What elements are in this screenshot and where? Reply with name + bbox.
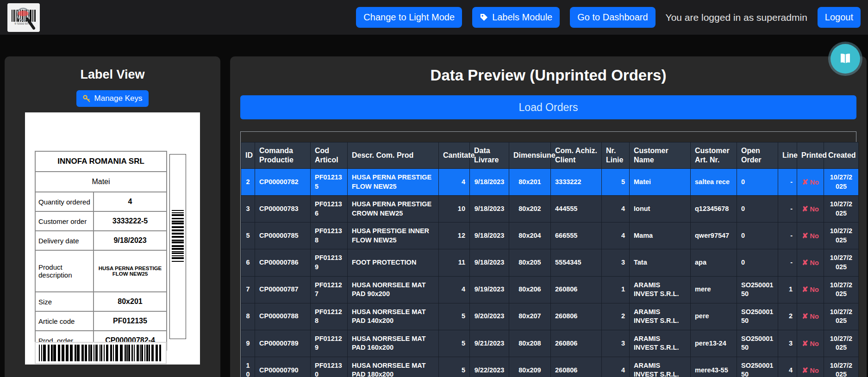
table-cell: 9/18/2023 bbox=[470, 169, 509, 196]
table-cell: 4 bbox=[602, 357, 630, 377]
label-field-row: Article codePF012135 bbox=[35, 311, 167, 331]
table-cell: HUSA NORRSELE MAT PAD 180x200 bbox=[348, 357, 439, 377]
go-to-dashboard-button[interactable]: Go to Dashboard bbox=[570, 7, 655, 28]
table-cell: ✘No bbox=[797, 222, 824, 249]
table-cell: - bbox=[778, 196, 797, 222]
table-cell: Mama bbox=[630, 222, 691, 249]
printed-status-text: No bbox=[810, 179, 819, 186]
table-cell: CP00000788 bbox=[255, 303, 311, 330]
table-cell: ARAMIS INVEST S.R.L. bbox=[630, 276, 691, 303]
table-row[interactable]: 2CP00000782PF012135HUSA PERNA PRESTIGE F… bbox=[241, 169, 859, 196]
table-cell: mere bbox=[691, 276, 737, 303]
column-header[interactable]: Dimensiune bbox=[509, 142, 551, 169]
table-cell: 3 bbox=[778, 330, 797, 357]
table-cell: 8 bbox=[241, 303, 255, 330]
column-header[interactable]: ID bbox=[241, 142, 255, 169]
column-header[interactable]: Created bbox=[824, 142, 859, 169]
table-cell: 444555 bbox=[551, 196, 602, 222]
table-cell: 3 bbox=[241, 196, 255, 222]
column-header[interactable]: Customer Name bbox=[630, 142, 691, 169]
table-row[interactable]: 3CP00000783PF012136HUSA PERNA PRESTIGE C… bbox=[241, 196, 859, 222]
column-header[interactable]: Line bbox=[778, 142, 797, 169]
table-cell: SO25000150 bbox=[737, 330, 778, 357]
label-view-panel: Label View Manage Keys INNOFA ROMANIA SR… bbox=[5, 56, 220, 377]
navbar-actions: Change to Light Mode Labels Module Go to… bbox=[356, 7, 861, 28]
table-cell: 2 bbox=[778, 303, 797, 330]
top-navbar: 9 723102 537861 Change to Light Mode Lab… bbox=[0, 0, 868, 35]
table-cell: 9/20/2023 bbox=[470, 303, 509, 330]
table-cell: HUSA NORRSELE MAT PAD 160x200 bbox=[348, 330, 439, 357]
label-field-row: Size80x201 bbox=[35, 292, 167, 311]
table-cell: HUSA PRESTIGE INNER FLOW NEW25 bbox=[348, 222, 439, 249]
label-field-name: Customer order bbox=[35, 211, 94, 231]
table-cell: 9/22/2023 bbox=[470, 357, 509, 377]
column-header[interactable]: Cod Articol bbox=[311, 142, 348, 169]
label-field-value: 4 bbox=[94, 192, 167, 211]
change-light-mode-button[interactable]: Change to Light Mode bbox=[356, 7, 462, 28]
login-status-text: You are logged in as superadmin bbox=[666, 12, 807, 23]
table-cell: HUSA PERNA PRESTIGE FLOW NEW25 bbox=[348, 169, 439, 196]
tag-icon bbox=[480, 13, 488, 22]
table-cell: 260806 bbox=[551, 357, 602, 377]
table-cell: ✘No bbox=[797, 276, 824, 303]
column-header[interactable]: Comanda Productie bbox=[255, 142, 311, 169]
table-cell: FOOT PROTECTION bbox=[348, 249, 439, 276]
table-cell: 5 bbox=[439, 330, 470, 357]
column-header[interactable]: Descr. Com. Prod bbox=[348, 142, 439, 169]
label-field-value: 3333222-5 bbox=[94, 211, 167, 231]
table-cell: PF012136 bbox=[311, 196, 348, 222]
column-header[interactable]: Data Livrare bbox=[470, 142, 509, 169]
label-field-row: Quantity ordered4 bbox=[35, 192, 167, 211]
table-cell: 0 bbox=[737, 222, 778, 249]
table-cell: CP00000790 bbox=[255, 357, 311, 377]
table-row[interactable]: 8CP00000788PF012128HUSA NORRSELE MAT PAD… bbox=[241, 303, 859, 330]
table-cell: 260806 bbox=[551, 330, 602, 357]
table-cell: CP00000786 bbox=[255, 249, 311, 276]
labels-module-fab[interactable] bbox=[831, 44, 860, 74]
table-row[interactable]: 5CP00000785PF012138HUSA PRESTIGE INNER F… bbox=[241, 222, 859, 249]
table-cell: 10 bbox=[439, 196, 470, 222]
printed-status-text: No bbox=[810, 367, 819, 374]
table-cell: 80x207 bbox=[509, 303, 551, 330]
table-cell: mere43-55 bbox=[691, 357, 737, 377]
table-cell: - bbox=[778, 169, 797, 196]
column-header[interactable]: Com. Achiz. Client bbox=[551, 142, 602, 169]
manage-keys-label: Manage Keys bbox=[94, 94, 143, 103]
table-row[interactable]: 9CP00000789PF012129HUSA NORRSELE MAT PAD… bbox=[241, 330, 859, 357]
table-cell: 9/18/2023 bbox=[470, 222, 509, 249]
column-header[interactable]: Cantitate bbox=[439, 142, 470, 169]
table-cell: 10/27/2025 bbox=[824, 249, 859, 276]
table-row[interactable]: 6CP00000786PF012139FOOT PROTECTION119/18… bbox=[241, 249, 859, 276]
barcode-scanner-logo[interactable]: 9 723102 537861 bbox=[7, 3, 40, 32]
column-header[interactable]: Open Order bbox=[737, 142, 778, 169]
load-orders-button[interactable]: Load Orders bbox=[240, 95, 856, 119]
barcode-logo-icon: 9 723102 537861 bbox=[7, 3, 40, 32]
labels-module-button[interactable]: Labels Module bbox=[472, 7, 560, 28]
table-cell: CP00000783 bbox=[255, 196, 311, 222]
table-cell: 80x204 bbox=[509, 222, 551, 249]
label-field-name: Quantity ordered bbox=[35, 192, 94, 211]
table-cell: ✘No bbox=[797, 196, 824, 222]
table-row[interactable]: 7CP00000787PF012127HUSA NORRSELE MAT PAD… bbox=[241, 276, 859, 303]
manage-keys-button[interactable]: Manage Keys bbox=[76, 90, 149, 107]
column-header[interactable]: Customer Art. Nr. bbox=[691, 142, 737, 169]
logout-button[interactable]: Logout bbox=[818, 7, 861, 28]
table-cell: PF012139 bbox=[311, 249, 348, 276]
table-cell: CP00000789 bbox=[255, 330, 311, 357]
column-header[interactable]: Printed bbox=[797, 142, 824, 169]
orders-table-container: IDComanda ProductieCod ArticolDescr. Com… bbox=[240, 131, 856, 377]
table-cell: ✘No bbox=[797, 357, 824, 377]
table-cell: 10 bbox=[241, 357, 255, 377]
table-cell: 80x205 bbox=[509, 249, 551, 276]
table-cell: Ionut bbox=[630, 196, 691, 222]
printed-status-text: No bbox=[810, 232, 819, 240]
table-cell: 80x208 bbox=[509, 330, 551, 357]
table-cell: 260806 bbox=[551, 303, 602, 330]
table-cell: 1 bbox=[778, 276, 797, 303]
table-cell: 9/18/2023 bbox=[470, 196, 509, 222]
table-cell: 666555 bbox=[551, 222, 602, 249]
table-row[interactable]: 10CP00000790PF012130HUSA NORRSELE MAT PA… bbox=[241, 357, 859, 377]
column-header[interactable]: Nr. Linie bbox=[602, 142, 630, 169]
table-cell: PF012135 bbox=[311, 169, 348, 196]
labels-module-label: Labels Module bbox=[492, 12, 552, 23]
